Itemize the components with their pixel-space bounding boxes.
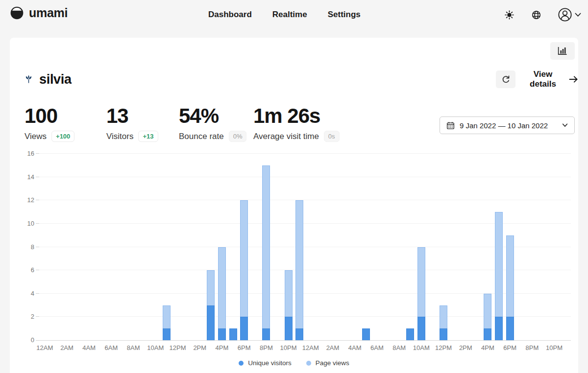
refresh-button[interactable] <box>496 70 515 88</box>
view-details-label: View details <box>521 70 564 89</box>
bar-unique-visitors <box>207 305 215 340</box>
metric-value: 100 <box>24 106 74 126</box>
bar-unique-visitors <box>229 328 237 340</box>
header-icons <box>505 0 581 29</box>
metric-label: Views <box>24 132 47 141</box>
nav-realtime[interactable]: Realtime <box>272 10 307 20</box>
y-axis-tick <box>36 340 39 341</box>
gridline <box>39 223 571 224</box>
bar-unique-visitors <box>506 317 514 340</box>
metric-visitors: 13 Visitors +13 <box>106 106 158 142</box>
y-axis-tick <box>36 200 39 200</box>
view-details-link[interactable]: View details <box>521 70 578 88</box>
bar-page-views <box>262 165 270 340</box>
bar-unique-visitors <box>218 328 226 340</box>
y-axis-label: 0 <box>18 336 34 344</box>
chart-toggle-button[interactable] <box>550 42 575 60</box>
legend-dot-page-views <box>306 361 311 366</box>
y-axis-label: 4 <box>18 290 34 297</box>
y-axis-tick <box>36 177 39 177</box>
bar-unique-visitors <box>495 317 503 340</box>
x-axis-label: 10PM <box>539 344 569 351</box>
bar-page-views <box>295 200 303 340</box>
bar-unique-visitors <box>262 328 270 340</box>
metric-label: Average visit time <box>253 132 319 141</box>
chart-plot: 024681012141612AM2AM4AM6AM8AM10AM12PM2PM… <box>39 154 571 340</box>
y-axis-label: 14 <box>18 173 34 181</box>
legend-unique-visitors: Unique visitors <box>239 359 292 367</box>
y-axis-label: 2 <box>18 313 34 320</box>
bar-unique-visitors <box>362 328 370 340</box>
legend-dot-unique-visitors <box>239 361 244 366</box>
metric-change-badge: +100 <box>51 131 74 142</box>
bar-unique-visitors <box>285 317 293 340</box>
dashboard-card: silvia View details 100 Views +100 13 Vi… <box>10 38 578 373</box>
bar-unique-visitors <box>406 328 414 340</box>
metric-label: Bounce rate <box>179 132 224 141</box>
chart-legend: Unique visitors Page views <box>10 359 578 367</box>
bar-page-views <box>218 247 226 341</box>
main-nav: Dashboard Realtime Settings <box>208 0 361 29</box>
umami-bowl-icon <box>10 6 24 20</box>
y-axis-label: 10 <box>18 220 34 227</box>
bar-unique-visitors <box>417 317 425 340</box>
gridline <box>39 200 571 200</box>
date-range-label: 9 Jan 2022 — 10 Jan 2022 <box>460 121 548 130</box>
metric-change-badge: 0s <box>324 131 340 142</box>
chevron-down-icon <box>562 123 568 127</box>
theme-sun-icon[interactable] <box>505 10 514 20</box>
metric-value: 54% <box>179 106 246 126</box>
metric-value: 1m 26s <box>253 106 340 126</box>
date-range-picker[interactable]: 9 Jan 2022 — 10 Jan 2022 <box>440 117 575 134</box>
y-axis-tick <box>36 247 39 247</box>
gridline <box>39 270 571 270</box>
gridline <box>39 177 571 177</box>
nav-settings[interactable]: Settings <box>328 10 361 20</box>
bar-unique-visitors <box>163 328 171 340</box>
bar-unique-visitors <box>295 328 303 340</box>
profile-icon <box>558 7 572 22</box>
language-globe-icon[interactable] <box>532 10 541 20</box>
app-header: umami Dashboard Realtime Settings <box>0 0 588 29</box>
y-axis-tick <box>36 223 39 224</box>
website-header: silvia <box>24 70 72 89</box>
y-axis-tick <box>36 293 39 294</box>
metric-change-badge: 0% <box>229 131 247 142</box>
legend-page-views: Page views <box>306 359 349 367</box>
y-axis-label: 12 <box>18 196 34 204</box>
gridline <box>39 153 571 154</box>
bar-unique-visitors <box>484 328 491 340</box>
gridline <box>39 340 571 341</box>
calendar-icon <box>446 121 455 130</box>
bar-chart-icon <box>558 47 567 55</box>
y-axis-tick <box>36 270 39 270</box>
chevron-down-icon <box>575 13 581 17</box>
nav-dashboard[interactable]: Dashboard <box>208 10 252 20</box>
bar-unique-visitors <box>240 317 248 340</box>
y-axis-label: 6 <box>18 266 34 274</box>
arrow-right-icon <box>569 76 578 83</box>
metric-average-visit-time: 1m 26s Average visit time 0s <box>253 106 340 142</box>
metric-label: Visitors <box>106 132 133 141</box>
y-axis-label: 16 <box>18 150 34 157</box>
gridline <box>39 247 571 247</box>
metric-views: 100 Views +100 <box>24 106 74 142</box>
y-axis-tick <box>36 153 39 154</box>
bar-unique-visitors <box>440 328 447 340</box>
umami-logo[interactable]: umami <box>10 6 68 20</box>
metric-value: 13 <box>106 106 158 126</box>
website-name: silvia <box>39 72 72 87</box>
brand-name: umami <box>29 6 68 20</box>
metric-change-badge: +13 <box>138 131 158 142</box>
metric-bounce-rate: 54% Bounce rate 0% <box>179 106 246 142</box>
y-axis-tick <box>36 316 39 317</box>
refresh-icon <box>501 75 511 84</box>
profile-menu-button[interactable] <box>558 7 581 22</box>
y-axis-label: 8 <box>18 243 34 251</box>
website-favicon <box>24 75 33 84</box>
